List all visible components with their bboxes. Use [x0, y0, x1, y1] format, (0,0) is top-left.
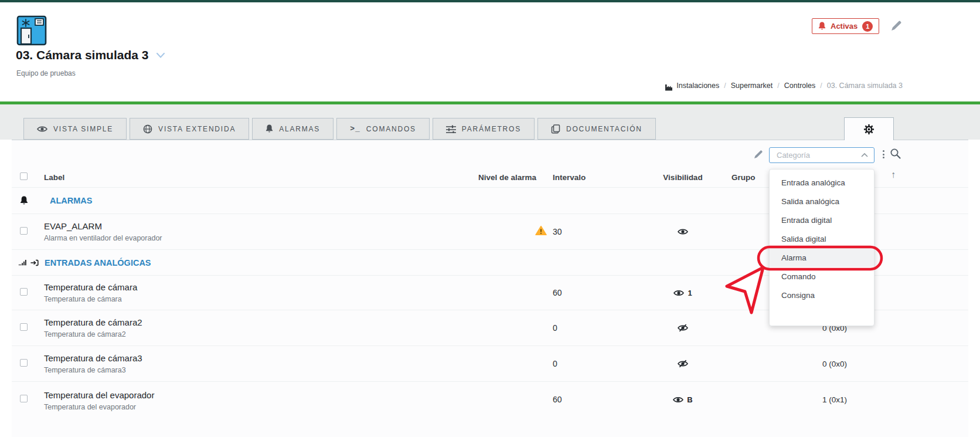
signal-bars-icon — [19, 259, 27, 266]
tab-label: VISTA SIMPLE — [53, 125, 113, 133]
row-description: Temperatura del evaporador — [44, 403, 154, 411]
tab-documentacion[interactable]: DOCUMENTACIÓN — [537, 118, 656, 140]
breadcrumb-current: 03. Cámara simulada 3 — [827, 82, 903, 90]
visibility-badge: B — [687, 395, 692, 404]
row-label: Temperatura del evaporador — [44, 390, 154, 400]
tab-label: DOCUMENTACIÓN — [566, 125, 642, 133]
visibility-badge: 1 — [688, 289, 692, 297]
row-checkbox[interactable] — [20, 359, 28, 367]
tab-settings[interactable] — [844, 117, 894, 140]
table-row-temperatura-camara3[interactable]: Temperatura de cámara3 Temperatura de cá… — [12, 345, 968, 381]
breadcrumb-separator: / — [719, 82, 730, 90]
row-description: Temperatura de cámara2 — [44, 330, 142, 338]
row-interval: 60 — [553, 395, 562, 404]
active-alarms-label: Activas — [831, 22, 858, 31]
kebab-menu-icon[interactable] — [882, 150, 885, 158]
row-label: Temperatura de cámara2 — [44, 317, 142, 327]
tab-label: COMANDOS — [366, 125, 416, 133]
row-interval: 60 — [553, 288, 562, 297]
input-arrow-icon — [30, 259, 39, 266]
breadcrumb-separator: / — [815, 82, 826, 90]
dropdown-option-entrada-digital[interactable]: Entrada digital — [770, 211, 874, 229]
eye-icon — [37, 126, 47, 133]
section-title-entradas-analogicas: ENTRADAS ANALÓGICAS — [45, 258, 151, 267]
column-header-label[interactable]: Label — [44, 172, 64, 181]
chevron-up-icon — [861, 153, 868, 157]
page-title: 03. Cámara simulada 3 — [16, 48, 148, 62]
row-description: Temperatura de cámara3 — [44, 366, 142, 374]
gear-icon — [863, 124, 874, 135]
row-label: Temperatura de cámara — [44, 282, 137, 292]
dropdown-option-entrada-analogica[interactable]: Entrada analógica — [770, 173, 874, 192]
column-header-alarm-level[interactable]: Nivel de alarma — [416, 172, 536, 181]
factory-icon — [665, 83, 673, 91]
row-description: Temperatura de cámara — [44, 295, 137, 303]
edit-pencil-icon[interactable] — [891, 20, 902, 31]
terminal-icon: >_ — [350, 124, 360, 133]
tab-vista-extendida[interactable]: VISTA EXTENDIDA — [130, 118, 249, 140]
page-subtitle: Equipo de pruebas — [16, 69, 76, 77]
visibility-off-eye-icon[interactable] — [678, 360, 688, 368]
breadcrumb-supermarket[interactable]: Supermarket — [731, 82, 773, 90]
window-top-strip — [0, 0, 980, 2]
bell-icon — [818, 22, 826, 31]
row-address: 0 (0x0) — [774, 360, 847, 368]
tab-alarmas[interactable]: ALARMAS — [252, 118, 334, 140]
search-icon[interactable] — [890, 148, 901, 160]
page: 03. Cámara simulada 3 Equipo de pruebas … — [0, 0, 980, 437]
visibility-eye-icon[interactable] — [678, 228, 688, 235]
tab-parametros[interactable]: PARÁMETROS — [433, 118, 535, 140]
section-title-alarmas: ALARMAS — [50, 196, 93, 205]
bell-icon — [266, 124, 273, 133]
row-checkbox[interactable] — [20, 288, 28, 296]
tab-label: PARÁMETROS — [462, 125, 521, 133]
visibility-off-eye-icon[interactable] — [678, 324, 688, 332]
visibility-eye-icon[interactable] — [673, 396, 683, 403]
tab-label: VISTA EXTENDIDA — [158, 125, 236, 133]
tab-vista-simple[interactable]: VISTA SIMPLE — [23, 118, 127, 140]
column-header-group[interactable]: Grupo — [731, 172, 756, 181]
tab-label: ALARMAS — [279, 125, 320, 133]
table-row-temperatura-evaporador[interactable]: Temperatura del evaporador Temperatura d… — [12, 381, 968, 437]
row-description: Alarma en ventilador del evaporador — [44, 234, 162, 242]
row-address: 1 (0x1) — [774, 395, 847, 404]
cold-room-icon — [16, 15, 47, 46]
breadcrumb-separator: / — [773, 82, 784, 90]
dropdown-option-salida-analogica[interactable]: Salida analógica — [770, 192, 874, 211]
title-chevron-down-icon[interactable] — [156, 53, 165, 58]
row-checkbox[interactable] — [20, 227, 28, 235]
dropdown-option-salida-digital[interactable]: Salida digital — [770, 229, 874, 248]
bell-icon — [20, 196, 28, 205]
row-checkbox[interactable] — [20, 395, 28, 402]
row-interval: 0 — [553, 323, 557, 333]
column-header-visibility[interactable]: Visibilidad — [659, 172, 706, 181]
dropdown-option-alarma[interactable]: Alarma — [770, 248, 874, 267]
column-header-interval[interactable]: Intervalo — [553, 172, 586, 181]
tab-comandos[interactable]: >_ COMANDOS — [336, 118, 430, 140]
dropdown-option-comando[interactable]: Comando — [770, 267, 874, 286]
category-dropdown: Entrada analógica Salida analógica Entra… — [769, 169, 874, 326]
globe-icon — [143, 124, 152, 134]
warning-icon — [535, 226, 547, 236]
select-all-checkbox[interactable] — [20, 172, 28, 180]
category-select-placeholder: Categoría — [777, 151, 810, 160]
row-checkbox[interactable] — [20, 323, 28, 331]
visibility-eye-icon[interactable] — [673, 289, 684, 296]
row-label: EVAP_ALARM — [44, 221, 162, 231]
row-interval: 0 — [553, 359, 557, 368]
breadcrumb: Instalaciones / Supermarket / Controles … — [665, 82, 903, 90]
documents-icon — [551, 124, 560, 134]
active-alarms-count-badge: 1 — [862, 21, 873, 32]
edit-pencil-icon[interactable] — [754, 150, 763, 159]
dropdown-option-consigna[interactable]: Consigna — [770, 286, 874, 304]
active-alarms-button[interactable]: Activas 1 — [812, 18, 879, 34]
breadcrumb-instalaciones[interactable]: Instalaciones — [676, 82, 719, 90]
row-interval: 30 — [553, 227, 562, 236]
category-select[interactable]: Categoría — [769, 147, 874, 163]
breadcrumb-controles[interactable]: Controles — [784, 82, 816, 90]
row-label: Temperatura de cámara3 — [44, 353, 142, 363]
sliders-icon — [446, 125, 456, 133]
